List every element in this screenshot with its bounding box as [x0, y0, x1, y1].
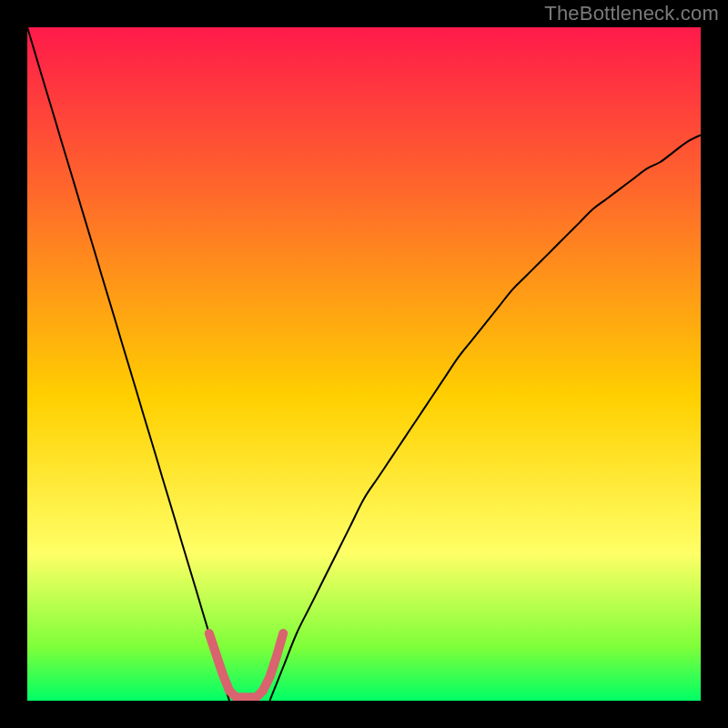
figure-stage: TheBottleneck.com: [0, 0, 728, 728]
attribution-label: TheBottleneck.com: [544, 2, 719, 25]
bottleneck-plot: [27, 27, 701, 701]
